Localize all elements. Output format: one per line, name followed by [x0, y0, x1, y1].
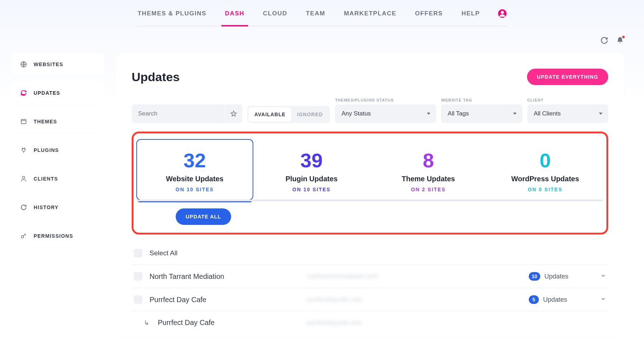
stat-number: 32 — [140, 151, 250, 171]
stat-title: Website Updates — [140, 175, 250, 183]
updates-label: Updates — [545, 273, 569, 280]
stat-title: Plugin Updates — [257, 175, 367, 183]
sidebar-item-history[interactable]: HISTORY — [11, 196, 104, 219]
chevron-down-icon[interactable] — [600, 273, 606, 280]
client-select[interactable]: All Clients — [527, 104, 608, 123]
row-checkbox[interactable] — [134, 272, 142, 281]
row-checkbox[interactable] — [134, 295, 142, 304]
nav-cloud[interactable]: CLOUD — [262, 9, 288, 19]
sidebar-item-updates[interactable]: UPDATES — [11, 82, 104, 104]
nav-dash[interactable]: DASH — [224, 9, 245, 19]
site-domain: purrfectdaycafe.com — [307, 296, 522, 303]
layout-icon — [20, 118, 27, 125]
sidebar-label: WEBSITES — [34, 61, 63, 67]
nav-team[interactable]: TEAM — [305, 9, 326, 19]
sidebar-label: UPDATES — [34, 90, 60, 96]
filter-label: WEBSITE TAG — [441, 98, 522, 102]
update-all-button[interactable]: UPDATE ALL — [176, 208, 231, 225]
stat-plugin-updates[interactable]: 39 Plugin Updates ON 10 SITES — [253, 139, 370, 200]
stat-website-updates[interactable]: 32 Website Updates ON 10 SITES — [136, 139, 253, 200]
refresh-icon — [20, 89, 27, 97]
tag-select[interactable]: All Tags — [441, 104, 522, 123]
main-panel: Updates UPDATE EVERYTHING AVAILABLE IGNO… — [116, 53, 624, 337]
count-badge: 10 — [529, 272, 540, 281]
sidebar-label: PERMISSIONS — [34, 233, 73, 239]
updates-label: Updates — [543, 296, 567, 304]
stat-number: 39 — [257, 151, 367, 171]
key-icon — [20, 232, 27, 240]
stat-title: WordPress Updates — [491, 175, 600, 183]
sidebar-item-themes[interactable]: THEMES — [11, 110, 104, 133]
select-all-label: Select All — [150, 249, 300, 257]
sidebar-label: HISTORY — [34, 204, 59, 210]
sub-site-name[interactable]: Purrfect Day Cafe — [158, 319, 299, 327]
site-domain: northtarrantmediation.com — [307, 273, 522, 280]
status-select[interactable]: Any Status — [335, 104, 436, 123]
site-name[interactable]: Purrfect Day Cafe — [150, 296, 300, 304]
nav-marketplace[interactable]: MARKETPLACE — [343, 9, 397, 19]
filter-label: CLIENT — [527, 98, 608, 102]
sidebar-label: THEMES — [34, 119, 57, 124]
updates-count: 10 Updates — [529, 272, 593, 281]
chevron-down-icon[interactable] — [600, 296, 606, 303]
page-title: Updates — [132, 70, 180, 84]
bell-icon[interactable] — [616, 36, 624, 44]
sub-site-domain: purrfectdaycafe.com — [307, 319, 606, 326]
svg-rect-3 — [21, 119, 26, 124]
site-row: North Tarrant Mediation northtarrantmedi… — [132, 265, 608, 288]
stat-number: 0 — [491, 151, 600, 171]
stat-sub: ON 0 SITES — [491, 187, 600, 192]
stat-theme-updates[interactable]: 8 Theme Updates ON 2 SITES — [370, 139, 487, 200]
svg-point-4 — [23, 176, 25, 179]
top-nav-inner: THEMES & PLUGINS DASH CLOUD TEAM MARKETP… — [137, 9, 507, 26]
select-all-checkbox[interactable] — [134, 249, 142, 257]
stats-row: 32 Website Updates ON 10 SITES 39 Plugin… — [136, 139, 604, 200]
highlight-box: 32 Website Updates ON 10 SITES 39 Plugin… — [132, 132, 608, 235]
nav-help[interactable]: HELP — [461, 9, 480, 19]
svg-point-5 — [21, 236, 24, 238]
stat-sub: ON 2 SITES — [374, 187, 483, 192]
filter-label: THEMES/PLUGINS STATUS — [335, 98, 436, 102]
stat-sub: ON 10 SITES — [257, 187, 367, 192]
refresh-icon[interactable] — [600, 36, 608, 44]
layout: WEBSITES UPDATES THEMES PLUGINS CLIENTS … — [0, 44, 644, 337]
nav-offers[interactable]: OFFERS — [414, 9, 444, 19]
stats-underline — [137, 199, 603, 201]
sidebar-item-plugins[interactable]: PLUGINS — [11, 139, 104, 162]
updates-count: 5 Updates — [529, 295, 593, 304]
history-icon — [20, 204, 27, 211]
page-header: Updates UPDATE EVERYTHING — [132, 69, 608, 85]
site-row: Purrfect Day Cafe purrfectdaycafe.com 5 … — [132, 288, 608, 311]
svg-point-1 — [501, 11, 504, 14]
sidebar-label: PLUGINS — [34, 147, 59, 153]
sidebar-label: CLIENTS — [34, 176, 58, 182]
search-input[interactable] — [132, 104, 225, 123]
user-icon[interactable] — [498, 9, 507, 18]
top-nav: THEMES & PLUGINS DASH CLOUD TEAM MARKETP… — [0, 0, 644, 26]
stat-title: Theme Updates — [374, 175, 483, 183]
select-all-row: Select All — [132, 242, 608, 265]
count-badge: 5 — [529, 295, 539, 304]
filter-client: CLIENT All Clients — [527, 98, 608, 123]
filter-status: THEMES/PLUGINS STATUS Any Status — [335, 98, 436, 123]
filters-row: AVAILABLE IGNORED THEMES/PLUGINS STATUS … — [132, 98, 608, 123]
stat-wordpress-updates[interactable]: 0 WordPress Updates ON 0 SITES — [487, 139, 604, 200]
nav-themes-plugins[interactable]: THEMES & PLUGINS — [137, 9, 207, 19]
availability-toggle: AVAILABLE IGNORED — [247, 106, 330, 123]
site-name[interactable]: North Tarrant Mediation — [150, 272, 300, 281]
sidebar-item-websites[interactable]: WEBSITES — [11, 53, 104, 76]
update-everything-button[interactable]: UPDATE EVERYTHING — [527, 69, 608, 85]
stat-number: 8 — [374, 151, 483, 171]
search-wrap — [132, 104, 242, 123]
toggle-available[interactable]: AVAILABLE — [249, 107, 291, 122]
filter-tag: WEBSITE TAG All Tags — [441, 98, 522, 123]
sidebar: WEBSITES UPDATES THEMES PLUGINS CLIENTS … — [11, 53, 104, 337]
sidebar-item-clients[interactable]: CLIENTS — [11, 167, 104, 190]
action-row — [0, 26, 644, 44]
sub-arrow-icon: ↳ — [144, 319, 149, 327]
toggle-ignored[interactable]: IGNORED — [291, 107, 328, 122]
globe-icon — [20, 61, 27, 68]
person-icon — [20, 175, 27, 182]
sidebar-item-permissions[interactable]: PERMISSIONS — [11, 225, 104, 247]
favorite-icon[interactable] — [225, 104, 242, 123]
